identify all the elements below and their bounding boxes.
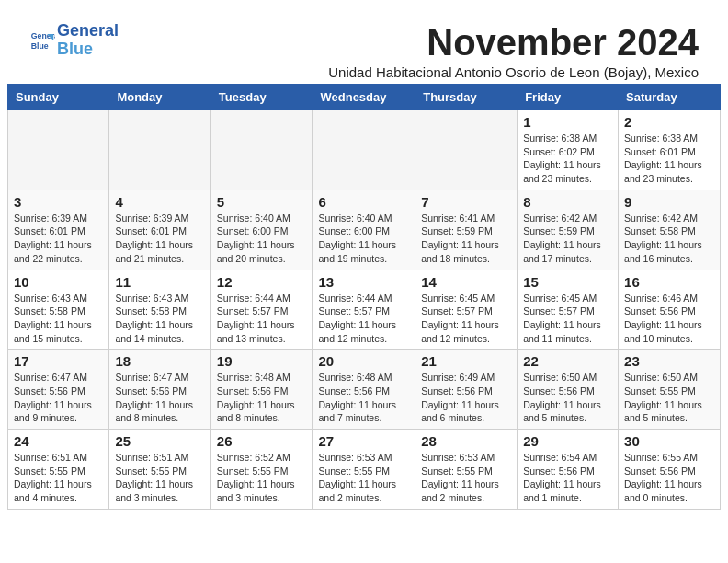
calendar-cell: 15Sunrise: 6:45 AM Sunset: 5:57 PM Dayli… <box>518 270 619 350</box>
calendar-cell: 9Sunrise: 6:42 AM Sunset: 5:58 PM Daylig… <box>619 190 721 270</box>
day-number: 26 <box>217 433 307 449</box>
day-info: Sunrise: 6:51 AM Sunset: 5:55 PM Dayligh… <box>115 451 204 505</box>
day-info: Sunrise: 6:39 AM Sunset: 6:01 PM Dayligh… <box>14 212 103 266</box>
day-number: 7 <box>421 194 511 210</box>
day-info: Sunrise: 6:42 AM Sunset: 5:59 PM Dayligh… <box>523 212 612 266</box>
day-number: 19 <box>217 353 307 369</box>
day-info: Sunrise: 6:44 AM Sunset: 5:57 PM Dayligh… <box>217 292 307 346</box>
page-header: General Blue General Blue November 2024 … <box>7 7 721 84</box>
day-number: 17 <box>14 353 103 369</box>
calendar-body: 1Sunrise: 6:38 AM Sunset: 6:02 PM Daylig… <box>8 110 721 510</box>
day-info: Sunrise: 6:54 AM Sunset: 5:56 PM Dayligh… <box>523 451 612 505</box>
weekday-tuesday: Tuesday <box>210 85 313 110</box>
calendar-cell <box>109 110 210 190</box>
calendar-cell: 3Sunrise: 6:39 AM Sunset: 6:01 PM Daylig… <box>8 190 109 270</box>
day-number: 12 <box>217 274 307 290</box>
day-info: Sunrise: 6:53 AM Sunset: 5:55 PM Dayligh… <box>421 451 511 505</box>
day-info: Sunrise: 6:55 AM Sunset: 5:56 PM Dayligh… <box>624 451 714 505</box>
calendar-cell: 20Sunrise: 6:48 AM Sunset: 5:56 PM Dayli… <box>313 350 415 430</box>
day-number: 30 <box>624 433 714 449</box>
day-number: 8 <box>523 194 612 210</box>
day-info: Sunrise: 6:48 AM Sunset: 5:56 PM Dayligh… <box>217 371 307 425</box>
day-number: 9 <box>624 194 714 210</box>
day-number: 13 <box>318 274 409 290</box>
calendar-cell: 7Sunrise: 6:41 AM Sunset: 5:59 PM Daylig… <box>415 190 518 270</box>
day-info: Sunrise: 6:47 AM Sunset: 5:56 PM Dayligh… <box>115 371 204 425</box>
weekday-monday: Monday <box>109 85 210 110</box>
day-number: 10 <box>14 274 103 290</box>
day-number: 18 <box>115 353 204 369</box>
month-title: November 2024 <box>328 22 699 63</box>
calendar-cell: 22Sunrise: 6:50 AM Sunset: 5:56 PM Dayli… <box>518 350 619 430</box>
logo-line2: Blue <box>57 40 119 59</box>
day-info: Sunrise: 6:45 AM Sunset: 5:57 PM Dayligh… <box>421 292 511 346</box>
calendar-header: SundayMondayTuesdayWednesdayThursdayFrid… <box>8 85 721 110</box>
calendar-cell: 1Sunrise: 6:38 AM Sunset: 6:02 PM Daylig… <box>518 110 619 190</box>
day-number: 5 <box>217 194 307 210</box>
calendar-cell: 29Sunrise: 6:54 AM Sunset: 5:56 PM Dayli… <box>518 430 619 510</box>
calendar-cell <box>8 110 109 190</box>
week-row-5: 24Sunrise: 6:51 AM Sunset: 5:55 PM Dayli… <box>8 430 721 510</box>
week-row-2: 3Sunrise: 6:39 AM Sunset: 6:01 PM Daylig… <box>8 190 721 270</box>
calendar-cell: 10Sunrise: 6:43 AM Sunset: 5:58 PM Dayli… <box>8 270 109 350</box>
calendar-cell: 6Sunrise: 6:40 AM Sunset: 6:00 PM Daylig… <box>313 190 415 270</box>
day-number: 6 <box>318 194 409 210</box>
day-number: 16 <box>624 274 714 290</box>
day-number: 3 <box>14 194 103 210</box>
calendar-cell: 11Sunrise: 6:43 AM Sunset: 5:58 PM Dayli… <box>109 270 210 350</box>
calendar-cell: 26Sunrise: 6:52 AM Sunset: 5:55 PM Dayli… <box>210 430 313 510</box>
calendar-cell: 5Sunrise: 6:40 AM Sunset: 6:00 PM Daylig… <box>210 190 313 270</box>
calendar-cell: 16Sunrise: 6:46 AM Sunset: 5:56 PM Dayli… <box>619 270 721 350</box>
day-info: Sunrise: 6:38 AM Sunset: 6:01 PM Dayligh… <box>624 132 714 186</box>
calendar-cell: 25Sunrise: 6:51 AM Sunset: 5:55 PM Dayli… <box>109 430 210 510</box>
calendar-cell: 23Sunrise: 6:50 AM Sunset: 5:55 PM Dayli… <box>619 350 721 430</box>
calendar-wrapper: SundayMondayTuesdayWednesdayThursdayFrid… <box>0 84 728 517</box>
day-info: Sunrise: 6:44 AM Sunset: 5:57 PM Dayligh… <box>318 292 409 346</box>
logo-text: General Blue <box>57 22 119 59</box>
day-info: Sunrise: 6:46 AM Sunset: 5:56 PM Dayligh… <box>624 292 714 346</box>
day-info: Sunrise: 6:50 AM Sunset: 5:55 PM Dayligh… <box>624 371 714 425</box>
title-section: November 2024 Unidad Habitacional Antoni… <box>328 22 699 80</box>
day-info: Sunrise: 6:38 AM Sunset: 6:02 PM Dayligh… <box>523 132 612 186</box>
svg-text:Blue: Blue <box>31 41 49 51</box>
day-number: 15 <box>523 274 612 290</box>
day-number: 14 <box>421 274 511 290</box>
calendar-cell: 28Sunrise: 6:53 AM Sunset: 5:55 PM Dayli… <box>415 430 518 510</box>
calendar-cell: 19Sunrise: 6:48 AM Sunset: 5:56 PM Dayli… <box>210 350 313 430</box>
day-number: 22 <box>523 353 612 369</box>
logo-icon: General Blue <box>29 28 55 53</box>
day-number: 2 <box>624 114 714 130</box>
calendar-cell: 12Sunrise: 6:44 AM Sunset: 5:57 PM Dayli… <box>210 270 313 350</box>
weekday-friday: Friday <box>518 85 619 110</box>
calendar-subtitle: Unidad Habitacional Antonio Osorio de Le… <box>328 64 699 80</box>
day-info: Sunrise: 6:39 AM Sunset: 6:01 PM Dayligh… <box>115 212 204 266</box>
calendar-cell <box>415 110 518 190</box>
calendar-cell: 24Sunrise: 6:51 AM Sunset: 5:55 PM Dayli… <box>8 430 109 510</box>
day-info: Sunrise: 6:43 AM Sunset: 5:58 PM Dayligh… <box>14 292 103 346</box>
calendar-cell: 21Sunrise: 6:49 AM Sunset: 5:56 PM Dayli… <box>415 350 518 430</box>
day-info: Sunrise: 6:41 AM Sunset: 5:59 PM Dayligh… <box>421 212 511 266</box>
day-info: Sunrise: 6:45 AM Sunset: 5:57 PM Dayligh… <box>523 292 612 346</box>
day-info: Sunrise: 6:40 AM Sunset: 6:00 PM Dayligh… <box>318 212 409 266</box>
day-info: Sunrise: 6:40 AM Sunset: 6:00 PM Dayligh… <box>217 212 307 266</box>
week-row-3: 10Sunrise: 6:43 AM Sunset: 5:58 PM Dayli… <box>8 270 721 350</box>
day-number: 28 <box>421 433 511 449</box>
calendar-cell: 30Sunrise: 6:55 AM Sunset: 5:56 PM Dayli… <box>619 430 721 510</box>
day-info: Sunrise: 6:50 AM Sunset: 5:56 PM Dayligh… <box>523 371 612 425</box>
day-number: 4 <box>115 194 204 210</box>
day-number: 27 <box>318 433 409 449</box>
calendar-cell: 14Sunrise: 6:45 AM Sunset: 5:57 PM Dayli… <box>415 270 518 350</box>
day-number: 20 <box>318 353 409 369</box>
day-number: 23 <box>624 353 714 369</box>
calendar-cell: 4Sunrise: 6:39 AM Sunset: 6:01 PM Daylig… <box>109 190 210 270</box>
logo: General Blue General Blue <box>29 22 119 59</box>
day-number: 1 <box>523 114 612 130</box>
weekday-thursday: Thursday <box>415 85 518 110</box>
weekday-header-row: SundayMondayTuesdayWednesdayThursdayFrid… <box>8 85 721 110</box>
calendar-cell: 27Sunrise: 6:53 AM Sunset: 5:55 PM Dayli… <box>313 430 415 510</box>
calendar-cell <box>210 110 313 190</box>
day-number: 25 <box>115 433 204 449</box>
day-number: 11 <box>115 274 204 290</box>
day-number: 29 <box>523 433 612 449</box>
calendar-cell: 2Sunrise: 6:38 AM Sunset: 6:01 PM Daylig… <box>619 110 721 190</box>
